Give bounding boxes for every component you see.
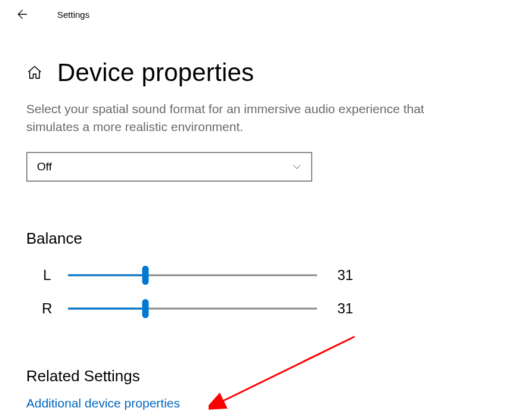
window-title: Settings [57,10,89,20]
related-settings-heading: Related Settings [26,367,480,385]
slider-thumb[interactable] [142,299,148,318]
home-icon[interactable] [26,64,43,81]
balance-right-row: R 31 [26,292,480,325]
slider-fill [68,274,145,276]
slider-fill [68,307,145,309]
back-arrow-button[interactable] [14,7,29,21]
balance-heading: Balance [26,229,480,248]
page-title: Device properties [57,58,254,87]
right-balance-value: 31 [337,300,353,317]
left-balance-value: 31 [337,267,353,284]
additional-device-properties-link[interactable]: Additional device properties [26,396,180,410]
dropdown-selected-value: Off [37,160,52,173]
slider-thumb[interactable] [142,266,148,285]
page-description: Select your spatial sound format for an … [26,100,479,136]
page-heading-row: Device properties [26,58,480,87]
spatial-sound-dropdown[interactable]: Off [26,152,312,182]
content-area: Device properties Select your spatial so… [0,29,506,410]
chevron-down-icon [292,162,302,172]
top-bar: Settings [0,0,506,29]
balance-left-row: L 31 [26,259,480,292]
left-channel-label: L [26,267,68,284]
right-channel-label: R [26,300,68,317]
right-balance-slider[interactable] [68,298,317,319]
left-balance-slider[interactable] [68,265,317,286]
